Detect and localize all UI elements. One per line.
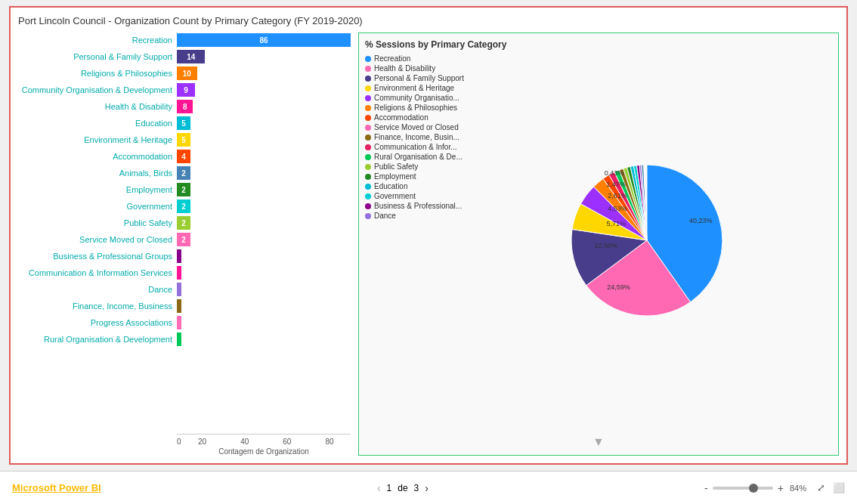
x-axis: 020406080 <box>177 434 351 446</box>
chart-area: Port Lincoln Council - Organization Coun… <box>0 0 857 471</box>
bar-row: Accommodation4 <box>18 149 351 164</box>
prev-page-button[interactable]: ‹ <box>377 482 381 494</box>
bar-row: Health & Disability8 <box>18 99 351 114</box>
bar-fill[interactable]: 5 <box>177 116 190 130</box>
bar-container <box>177 299 351 313</box>
bar-label: Animals, Birds <box>18 169 177 178</box>
bar-fill[interactable]: 2 <box>177 233 190 246</box>
legend-text: Health & Disability <box>374 64 435 73</box>
pie-label: 1,47% <box>606 181 626 188</box>
legend-text: Finance, Income, Busin... <box>374 133 459 141</box>
legend-text: Education <box>374 182 407 190</box>
zoom-plus-button[interactable]: + <box>778 482 784 494</box>
bar-container: 5 <box>177 116 351 130</box>
zoom-thumb[interactable] <box>749 484 758 493</box>
bar-container: 2 <box>177 216 351 230</box>
bar-row: Religions & Philosophies10 <box>18 66 351 81</box>
bar-chart-inner: Recreation86Personal & Family Support14R… <box>18 32 351 434</box>
bar-fill[interactable]: 2 <box>177 166 190 180</box>
bar-fill[interactable] <box>177 283 181 296</box>
legend-text: Community Organisatio... <box>374 94 459 102</box>
zoom-minus-button[interactable]: - <box>704 482 708 494</box>
legend-dot <box>365 203 371 209</box>
bar-row: Public Safety2 <box>18 215 351 230</box>
x-axis-label: Contagem de Organization <box>177 446 351 456</box>
bar-fill[interactable] <box>177 266 181 280</box>
bar-container: 4 <box>177 150 351 163</box>
bar-fill[interactable]: 10 <box>177 66 197 80</box>
bar-fill[interactable] <box>177 299 181 313</box>
pie-label: 40,23% <box>689 217 713 224</box>
pie-content: RecreationHealth & DisabilityPersonal & … <box>365 54 832 434</box>
legend-dot <box>365 164 371 170</box>
legend-item: Personal & Family Support <box>365 74 486 82</box>
charts-row: Recreation86Personal & Family Support14R… <box>18 32 839 456</box>
pie-chart-svg: 40,23%24,59%12,50%5,71%4,53%2,61%1,47%0,… <box>564 157 760 331</box>
legend-dot <box>365 193 371 199</box>
pie-legend: RecreationHealth & DisabilityPersonal & … <box>365 54 486 434</box>
page-separator: de <box>398 483 407 493</box>
page-total: 3 <box>414 483 419 493</box>
bar-fill[interactable]: 4 <box>177 150 190 163</box>
legend-item: Recreation <box>365 54 486 63</box>
legend-dot <box>365 115 371 121</box>
legend-item: Finance, Income, Busin... <box>365 133 486 141</box>
bar-fill[interactable]: 2 <box>177 216 190 230</box>
zoom-slider[interactable] <box>713 487 773 490</box>
bar-row: Service Moved or Closed2 <box>18 232 351 247</box>
bar-container: 2 <box>177 199 351 213</box>
bar-fill[interactable]: 2 <box>177 199 190 213</box>
pie-label: 0,43% <box>605 169 624 177</box>
main-container: Port Lincoln Council - Organization Coun… <box>0 0 857 504</box>
bar-fill[interactable]: 14 <box>177 50 205 63</box>
bar-label: Public Safety <box>18 218 177 227</box>
legend-text: Communication & Infor... <box>374 143 457 151</box>
bar-label: Personal & Family Support <box>18 52 177 61</box>
legend-item: Rural Organisation & De... <box>365 153 486 161</box>
bar-fill[interactable] <box>177 316 181 329</box>
legend-dot <box>365 66 371 72</box>
bar-label: Community Organisation & Development <box>18 85 177 94</box>
bar-row: Education5 <box>18 116 351 131</box>
legend-text: Business & Professional... <box>374 202 462 210</box>
legend-text: Government <box>374 192 416 200</box>
bar-fill[interactable]: 5 <box>177 133 190 147</box>
bar-fill[interactable]: 8 <box>177 100 193 113</box>
legend-dot <box>365 213 371 219</box>
legend-item: Dance <box>365 212 486 220</box>
bar-row: Government2 <box>18 199 351 214</box>
next-page-button[interactable]: › <box>425 482 428 494</box>
bar-fill[interactable] <box>177 332 181 346</box>
pie-label: 2,61% <box>608 192 627 199</box>
bar-fill[interactable]: 86 <box>177 33 351 47</box>
legend-item: Communication & Infor... <box>365 143 486 151</box>
legend-text: Accommodation <box>374 113 428 122</box>
bar-label: Education <box>18 119 177 128</box>
zoom-level: 84% <box>790 484 806 493</box>
bar-fill[interactable]: 9 <box>177 83 195 97</box>
legend-text: Employment <box>374 172 416 181</box>
legend-text: Rural Organisation & De... <box>374 153 463 161</box>
expand-icon[interactable]: ⤢ <box>817 482 825 493</box>
legend-item: Community Organisatio... <box>365 94 486 102</box>
bar-label: Religions & Philosophies <box>18 69 177 78</box>
bar-row: Progress Associations <box>18 315 351 330</box>
fullscreen-icon[interactable]: ⬜ <box>833 482 845 493</box>
bar-row: Recreation86 <box>18 32 351 48</box>
bar-container: 14 <box>177 50 351 63</box>
bar-fill[interactable]: 2 <box>177 183 190 196</box>
legend-item: Religions & Philosophies <box>365 104 486 112</box>
bar-row: Environment & Heritage5 <box>18 132 351 147</box>
bar-fill[interactable] <box>177 249 181 263</box>
bar-container: 5 <box>177 133 351 147</box>
legend-item: Service Moved or Closed <box>365 123 486 131</box>
powerbi-link[interactable]: Microsoft Power BI <box>12 482 101 493</box>
legend-dot <box>365 135 371 141</box>
x-tick: 40 <box>224 438 266 446</box>
bar-label: Recreation <box>18 36 177 45</box>
bar-container <box>177 266 351 280</box>
bar-label: Environment & Heritage <box>18 135 177 144</box>
legend-dot <box>365 85 371 91</box>
legend-dot <box>365 76 371 82</box>
bar-container: 2 <box>177 166 351 180</box>
